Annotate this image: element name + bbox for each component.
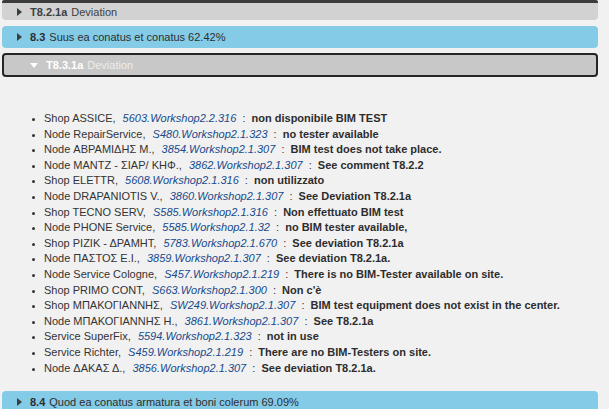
workshop-reference-link[interactable]: S457.Workshop2.1.219 (164, 268, 279, 280)
separator: : (289, 190, 292, 202)
workshop-reference-link[interactable]: 3861.Workshop2.1.307 (185, 315, 299, 327)
deviation-list-item: Shop PRIMO CONT, S663.Workshop2.1.300 : … (44, 283, 588, 299)
deviation-note: non utilizzato (254, 174, 324, 186)
deviation-note: See T8.2.1a (314, 315, 374, 327)
deviation-note: BIM test does not take place. (291, 143, 442, 155)
separator: : (274, 206, 277, 218)
separator: : (304, 315, 307, 327)
deviation-list-item: Node ΜΠΑΚΟΓΙΑΝΝΗΣ Η., 3861.Workshop2.1.3… (44, 314, 588, 330)
deviation-list-item: Shop TECNO SERV, S585.Workshop2.1.316 : … (44, 205, 588, 221)
separator: : (249, 346, 252, 358)
shop-node-name: Node ΑΒΡΑΜΙΔΗΣ Μ., (44, 143, 155, 155)
shop-node-name: Node Service Cologne, (44, 268, 157, 280)
workshop-reference-link[interactable]: S585.Workshop2.1.316 (153, 206, 268, 218)
workshop-reference-link[interactable]: 5603.Workshop2.2.316 (123, 112, 237, 124)
section-number: 8.3 (30, 31, 45, 43)
section-label: Suus ea conatus et conatus 62.42% (49, 31, 225, 43)
section-number: 8.4 (30, 396, 45, 408)
deviation-note: non disponibile BIM TEST (252, 112, 388, 124)
deviation-list-item: Node ΑΒΡΑΜΙΔΗΣ Μ., 3854.Workshop2.1.307 … (44, 142, 588, 158)
shop-node-name: Node PHONE Service, (44, 221, 155, 233)
separator: : (285, 268, 288, 280)
separator: : (258, 330, 261, 342)
shop-node-name: Node ΜΑΝΤΖ - ΣΙΑΡ/ ΚΗΦ., (44, 159, 182, 171)
deviation-list-item: Service SuperFix, 5594.Workshop2.1.323 :… (44, 329, 588, 345)
deviation-list-item: Node DRAPANIOTIS V., 3860.Workshop2.1.30… (44, 189, 588, 205)
separator: : (283, 237, 286, 249)
chevron-right-icon (17, 33, 22, 41)
separator: : (274, 128, 277, 140)
deviation-list-item: Shop ΡΙΖΙΚ - ΔΡΑΜΗΤ, 5783.Workshop2.1.67… (44, 236, 588, 252)
accordion-header-t831a-expanded[interactable]: T8.3.1a Deviation (2, 53, 598, 77)
deviation-note: Non effettuato BIM test (283, 206, 403, 218)
section-number: T8.3.1a (46, 59, 83, 71)
shop-node-name: Shop TECNO SERV, (44, 206, 146, 218)
section-number: T8.2.1a (30, 6, 67, 18)
workshop-reference-link[interactable]: 5608.Workshop2.1.316 (125, 174, 239, 186)
chevron-down-icon (30, 63, 38, 68)
deviation-list-item: Node ΜΑΝΤΖ - ΣΙΑΡ/ ΚΗΦ., 3862.Workshop2.… (44, 158, 588, 174)
separator: : (309, 159, 312, 171)
separator: : (242, 112, 245, 124)
separator: : (252, 362, 255, 374)
deviation-note: See deviation T8.2.1a. (276, 252, 390, 264)
shop-node-name: Shop PRIMO CONT, (44, 284, 145, 296)
workshop-reference-link[interactable]: 3854.Workshop2.1.307 (162, 143, 276, 155)
shop-node-name: Shop ΜΠΑΚΟΓΙΑΝΝΗΣ, (44, 299, 163, 311)
deviation-note: no BIM tester available, (285, 221, 407, 233)
deviation-list-item: Node RepairService, S480.Workshop2.1.323… (44, 127, 588, 143)
shop-node-name: Node ΔΑΚΑΣ Δ., (44, 362, 125, 374)
deviation-list-item: Shop ASSICE, 5603.Workshop2.2.316 : non … (44, 111, 588, 127)
shop-node-name: Node DRAPANIOTIS V., (44, 190, 163, 202)
workshop-reference-link[interactable]: 5594.Workshop2.1.323 (138, 330, 252, 342)
workshop-reference-link[interactable]: 3860.Workshop2.1.307 (170, 190, 284, 202)
shop-node-name: Shop ΡΙΖΙΚ - ΔΡΑΜΗΤ, (44, 237, 156, 249)
separator: : (273, 284, 276, 296)
workshop-reference-link[interactable]: 3859.Workshop2.1.307 (147, 252, 261, 264)
chevron-right-icon (17, 8, 22, 16)
separator: : (276, 221, 279, 233)
deviation-list-item: Node Service Cologne, S457.Workshop2.1.2… (44, 267, 588, 283)
deviation-note: See comment T8.2.2 (318, 159, 424, 171)
deviation-note: BIM test equipment does not exist in the… (311, 299, 560, 311)
chevron-right-icon (17, 398, 22, 406)
deviation-panel-content: Shop ASSICE, 5603.Workshop2.2.316 : non … (2, 77, 598, 391)
section-label: Deviation (71, 6, 117, 18)
shop-node-name: Node RepairService, (44, 128, 146, 140)
section-label: Quod ea conatus armatura et boni colerum… (49, 396, 298, 408)
deviation-note: See Deviation T8.2.1a (299, 190, 412, 202)
shop-node-name: Shop ASSICE, (44, 112, 116, 124)
workshop-reference-link[interactable]: S663.Workshop2.1.300 (152, 284, 267, 296)
deviation-note: There is no BIM-Tester available on site… (294, 268, 503, 280)
accordion-header-t821a[interactable]: T8.2.1a Deviation (2, 3, 598, 20)
accordion-header-8-3[interactable]: 8.3 Suus ea conatus et conatus 62.42% (2, 26, 598, 48)
deviation-note: There are no BIM-Testers on site. (258, 346, 431, 358)
accordion: T8.2.1a Deviation 8.3 Suus ea conatus et… (2, 0, 598, 409)
deviation-list-item: Node ΔΑΚΑΣ Δ., 3856.Workshop2.1.307 : Se… (44, 361, 588, 377)
separator: : (245, 174, 248, 186)
deviation-list: Shop ASSICE, 5603.Workshop2.2.316 : non … (2, 111, 598, 376)
shop-node-name: Node ΜΠΑΚΟΓΙΑΝΝΗΣ Η., (44, 315, 178, 327)
shop-node-name: Shop ELETTR, (44, 174, 118, 186)
shop-node-name: Node ΠΑΣΤΟΣ Ε.Ι., (44, 252, 140, 264)
deviation-note: no tester available (283, 128, 379, 140)
workshop-reference-link[interactable]: S459.Workshop2.1.219 (128, 346, 243, 358)
workshop-reference-link[interactable]: 5783.Workshop2.1.670 (163, 237, 277, 249)
accordion-header-8-4[interactable]: 8.4 Quod ea conatus armatura et boni col… (2, 391, 598, 409)
workshop-reference-link[interactable]: 5585.Workshop2.1.32 (162, 221, 270, 233)
deviation-note: See deviation T8.2.1a (292, 237, 403, 249)
shop-node-name: Service Richter, (44, 346, 121, 358)
deviation-note: not in use (267, 330, 319, 342)
deviation-note: Non c'è (282, 284, 321, 296)
separator: : (301, 299, 304, 311)
section-label: Deviation (87, 59, 133, 71)
shop-node-name: Service SuperFix, (44, 330, 131, 342)
workshop-reference-link[interactable]: 3862.Workshop2.1.307 (189, 159, 303, 171)
workshop-reference-link[interactable]: S480.Workshop2.1.323 (153, 128, 268, 140)
workshop-reference-link[interactable]: 3856.Workshop2.1.307 (132, 362, 246, 374)
workshop-reference-link[interactable]: SW249.Workshop2.1.307 (170, 299, 295, 311)
separator: : (267, 252, 270, 264)
deviation-list-item: Service Richter, S459.Workshop2.1.219 : … (44, 345, 588, 361)
deviation-list-item: Shop ELETTR, 5608.Workshop2.1.316 : non … (44, 173, 588, 189)
deviation-note: See deviation T8.2.1a. (261, 362, 375, 374)
